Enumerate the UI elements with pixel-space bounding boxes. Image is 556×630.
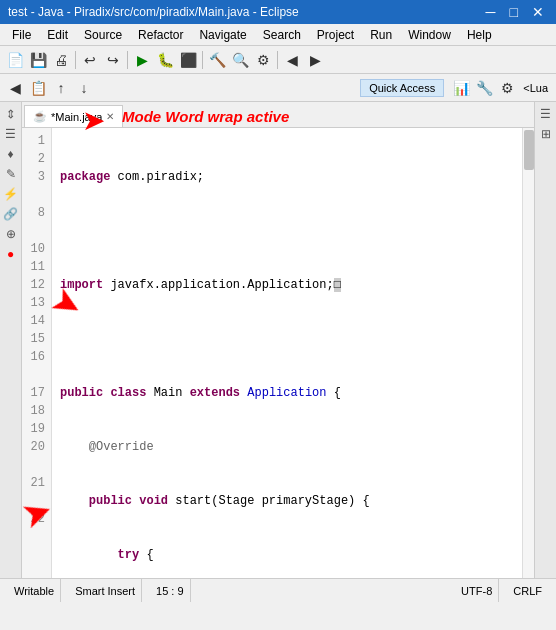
side-icon-7[interactable]: ⊕ — [3, 226, 19, 242]
print-button[interactable]: 🖨 — [50, 49, 72, 71]
code-line-10: public class Main extends Application { — [60, 384, 518, 402]
new-button[interactable]: 📄 — [4, 49, 26, 71]
scrollbar-thumb[interactable] — [524, 130, 534, 170]
code-line-1: package com.piradix; — [60, 168, 518, 186]
menu-source[interactable]: Source — [76, 26, 130, 44]
menu-bar: File Edit Source Refactor Navigate Searc… — [0, 24, 556, 46]
debug-button[interactable]: 🐛 — [154, 49, 176, 71]
menu-help[interactable]: Help — [459, 26, 500, 44]
code-line-11: @Override — [60, 438, 518, 456]
side-icon-4[interactable]: ✎ — [3, 166, 19, 182]
editor-tab-main[interactable]: ☕ *Main.java ✕ — [24, 105, 123, 127]
right-side-panel: ☰ ⊞ — [534, 102, 556, 578]
status-insert-mode: Smart Insert — [69, 579, 142, 602]
tab-label: *Main.java — [51, 111, 102, 123]
perspective-btn1[interactable]: 📊 — [450, 77, 472, 99]
perspective-icon-1[interactable]: ☰ — [538, 106, 554, 122]
search-icon-btn[interactable]: 🔍 — [229, 49, 251, 71]
settings-button[interactable]: ⚙ — [252, 49, 274, 71]
toolbar-row2: ◀ 📋 ↑ ↓ Quick Access 📊 🔧 ⚙ <Lua — [0, 74, 556, 102]
menu-edit[interactable]: Edit — [39, 26, 76, 44]
side-icon-6[interactable]: 🔗 — [3, 206, 19, 222]
tab-close-button[interactable]: ✕ — [106, 111, 114, 122]
perspective-btn3[interactable]: ⚙ — [496, 77, 518, 99]
close-button[interactable]: ✕ — [528, 4, 548, 20]
code-line-13: try { — [60, 546, 518, 564]
menu-refactor[interactable]: Refactor — [130, 26, 191, 44]
separator-3 — [202, 51, 203, 69]
lua-label: <Lua — [519, 82, 552, 94]
line-numbers: 1 2 3 8 10 11 12 13 14 15 16 17 18 — [22, 128, 52, 578]
forward-button[interactable]: ▶ — [304, 49, 326, 71]
title-bar-title: test - Java - Piradix/src/com/piradix/Ma… — [8, 5, 299, 19]
side-icon-1[interactable]: ⇔ — [3, 106, 19, 122]
left-side-panel: ⇔ ☰ ♦ ✎ ⚡ 🔗 ⊕ ● — [0, 102, 22, 578]
toolbar-row1: 📄 💾 🖨 ↩ ↪ ▶ 🐛 ⬛ 🔨 🔍 ⚙ ◀ ▶ — [0, 46, 556, 74]
tb2-btn1[interactable]: ◀ — [4, 77, 26, 99]
perspective-btn2[interactable]: 🔧 — [473, 77, 495, 99]
status-line-ending: CRLF — [507, 579, 548, 602]
editor-wrapper: Mode Word wrap active ➤ ➤ ➤ ☕ *Main.java… — [22, 102, 534, 578]
tb2-btn4[interactable]: ↓ — [73, 77, 95, 99]
code-line-12: public void start(Stage primaryStage) { — [60, 492, 518, 510]
side-icon-8[interactable]: ● — [3, 246, 19, 262]
perspective-icon-2[interactable]: ⊞ — [538, 126, 554, 142]
separator-2 — [127, 51, 128, 69]
maximize-button[interactable]: □ — [506, 4, 522, 20]
tb2-btn3[interactable]: ↑ — [50, 77, 72, 99]
stop-button[interactable]: ⬛ — [177, 49, 199, 71]
undo-button[interactable]: ↩ — [79, 49, 101, 71]
title-bar-controls: ─ □ ✕ — [482, 4, 548, 20]
main-area: ⇔ ☰ ♦ ✎ ⚡ 🔗 ⊕ ● Mode Word wrap active ➤ … — [0, 102, 556, 578]
code-line-8 — [60, 330, 518, 348]
editor-tabs: ☕ *Main.java ✕ — [22, 102, 534, 128]
run-button[interactable]: ▶ — [131, 49, 153, 71]
separator-4 — [277, 51, 278, 69]
editor-scrollbar[interactable] — [522, 128, 534, 578]
tab-icon: ☕ — [33, 110, 47, 123]
code-content[interactable]: package com.piradix; import javafx.appli… — [52, 128, 522, 578]
menu-search[interactable]: Search — [255, 26, 309, 44]
separator-1 — [75, 51, 76, 69]
quick-access-button[interactable]: Quick Access — [360, 79, 444, 97]
redo-button[interactable]: ↪ — [102, 49, 124, 71]
menu-file[interactable]: File — [4, 26, 39, 44]
tb2-btn2[interactable]: 📋 — [27, 77, 49, 99]
side-icon-2[interactable]: ☰ — [3, 126, 19, 142]
code-line-3: import javafx.application.Application;□ — [60, 276, 518, 294]
code-editor[interactable]: 1 2 3 8 10 11 12 13 14 15 16 17 18 — [22, 128, 534, 578]
status-position: 15 : 9 — [150, 579, 191, 602]
menu-project[interactable]: Project — [309, 26, 362, 44]
status-encoding: UTF-8 — [455, 579, 499, 602]
menu-window[interactable]: Window — [400, 26, 459, 44]
code-line-2 — [60, 222, 518, 240]
side-icon-5[interactable]: ⚡ — [3, 186, 19, 202]
side-icon-3[interactable]: ♦ — [3, 146, 19, 162]
save-button[interactable]: 💾 — [27, 49, 49, 71]
minimize-button[interactable]: ─ — [482, 4, 500, 20]
menu-navigate[interactable]: Navigate — [191, 26, 254, 44]
title-bar: test - Java - Piradix/src/com/piradix/Ma… — [0, 0, 556, 24]
build-button[interactable]: 🔨 — [206, 49, 228, 71]
menu-run[interactable]: Run — [362, 26, 400, 44]
status-bar: Writable Smart Insert 15 : 9 UTF-8 CRLF — [0, 578, 556, 602]
back-button[interactable]: ◀ — [281, 49, 303, 71]
status-writable: Writable — [8, 579, 61, 602]
